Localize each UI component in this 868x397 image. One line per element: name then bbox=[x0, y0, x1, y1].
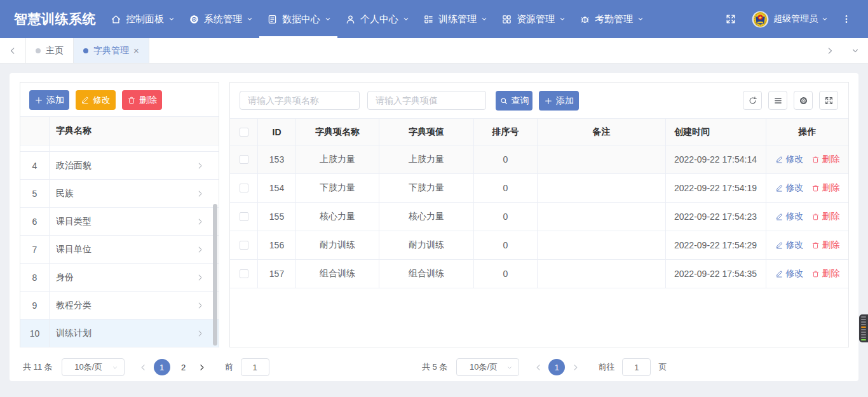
row-edit-link[interactable]: 修改 bbox=[775, 239, 804, 251]
nav-item-personal[interactable]: 个人中心 bbox=[337, 0, 416, 38]
dict-item-name-input[interactable] bbox=[240, 91, 360, 110]
cell-sort: 0 bbox=[503, 269, 508, 279]
chevron-right-icon bbox=[196, 273, 205, 282]
row-checkbox[interactable] bbox=[240, 155, 248, 164]
row-delete-link[interactable]: 删除 bbox=[811, 211, 840, 222]
dict-item-row-155[interactable]: 155核心力量核心力量02022-09-22 17:54:23修改删除 bbox=[230, 203, 848, 231]
dict-row-身份[interactable]: 8身份 bbox=[20, 264, 219, 292]
row-checkbox[interactable] bbox=[240, 184, 248, 192]
tab-dict[interactable]: 字典管理× bbox=[74, 38, 149, 63]
dict-item-toolbar: 查询 添加 bbox=[230, 83, 848, 118]
nav-item-control-panel[interactable]: 控制面板 bbox=[103, 0, 181, 38]
dict-row-index: 6 bbox=[20, 208, 50, 236]
dict-item-value-input[interactable] bbox=[367, 91, 486, 110]
bug-icon bbox=[580, 14, 590, 25]
nav-item-attendance[interactable]: 考勤管理 bbox=[572, 0, 650, 38]
row-checkbox[interactable] bbox=[240, 212, 248, 221]
plus-icon bbox=[544, 97, 556, 105]
col-header-created: 创建时间 bbox=[674, 126, 710, 138]
item-page-1[interactable]: 1 bbox=[548, 359, 565, 375]
chevron-right-icon bbox=[196, 329, 205, 338]
tabs-scroll-right-icon[interactable] bbox=[817, 38, 843, 63]
row-delete-link[interactable]: 删除 bbox=[811, 268, 840, 279]
row-checkbox[interactable] bbox=[240, 269, 248, 278]
dict-jump-page-input[interactable] bbox=[241, 358, 269, 376]
dict-next-page-icon[interactable] bbox=[194, 363, 210, 372]
cell-name: 组合训练 bbox=[320, 268, 355, 279]
cell-id: 156 bbox=[269, 240, 284, 250]
tabs-menu-icon[interactable] bbox=[843, 38, 868, 63]
cell-created: 2022-09-22 17:54:23 bbox=[674, 212, 757, 222]
top-navbar: 智慧训练系统 控制面板系统管理数据中心个人中心训练管理资源管理考勤管理 超级管理… bbox=[0, 0, 868, 38]
user-menu[interactable]: 超级管理员 bbox=[773, 13, 829, 25]
dict-row-课目类型[interactable]: 6课目类型 bbox=[20, 208, 219, 236]
cell-created: 2022-09-22 17:54:35 bbox=[674, 269, 757, 279]
item-add-button[interactable]: 添加 bbox=[539, 91, 579, 111]
item-next-page-icon[interactable] bbox=[567, 363, 583, 372]
row-delete-link[interactable]: 删除 bbox=[811, 239, 840, 251]
item-jump-page-input[interactable] bbox=[622, 358, 651, 376]
tabs-scroll-left-icon[interactable] bbox=[0, 38, 25, 63]
dict-row-训练计划[interactable]: 10训练计划 bbox=[20, 320, 219, 347]
row-edit-link[interactable]: 修改 bbox=[775, 154, 804, 165]
dict-row-教程分类[interactable]: 9教程分类 bbox=[20, 292, 219, 320]
item-page-size-select[interactable]: 10条/页 bbox=[456, 358, 519, 376]
select-all-checkbox[interactable] bbox=[240, 128, 248, 137]
chevron-down-icon bbox=[246, 15, 254, 23]
search-icon bbox=[499, 97, 512, 105]
tab-home[interactable]: 主页 bbox=[25, 38, 74, 63]
dict-row-index: 7 bbox=[20, 236, 50, 264]
cell-created: 2022-09-22 17:54:14 bbox=[674, 154, 757, 165]
cell-name: 上肢力量 bbox=[320, 154, 355, 165]
dict-page-1[interactable]: 1 bbox=[154, 359, 170, 375]
dict-page-2[interactable]: 2 bbox=[175, 359, 192, 375]
left-table-scrollbar[interactable] bbox=[213, 204, 217, 346]
row-edit-link[interactable]: 修改 bbox=[775, 211, 804, 222]
dict-row-民族[interactable]: 5民族 bbox=[20, 180, 219, 208]
dict-prev-page-icon[interactable] bbox=[136, 363, 151, 372]
tab-close-icon[interactable]: × bbox=[133, 46, 139, 55]
avatar[interactable] bbox=[752, 11, 769, 28]
dict-row-name: 政治面貌 bbox=[50, 160, 196, 172]
tab-label: 字典管理 bbox=[93, 45, 129, 57]
dict-add-button[interactable]: 添加 bbox=[29, 90, 69, 110]
nav-item-data-center[interactable]: 数据中心 bbox=[259, 0, 337, 38]
row-edit-link[interactable]: 修改 bbox=[775, 182, 804, 194]
dict-item-row-153[interactable]: 153上肢力量上肢力量02022-09-22 17:54:14修改删除 bbox=[230, 145, 848, 174]
dict-row-课目单位[interactable]: 7课目单位 bbox=[20, 236, 219, 264]
dict-row-政治面貌[interactable]: 4政治面貌 bbox=[20, 152, 219, 180]
gear-icon bbox=[799, 96, 808, 105]
column-settings-button[interactable] bbox=[794, 91, 813, 110]
refresh-button[interactable] bbox=[743, 91, 762, 110]
nav-item-training-mgmt[interactable]: 训练管理 bbox=[416, 0, 494, 38]
dict-item-panel: 查询 添加 ID字典项名称字典项值排序号备注创建时间操作 153上肢力量上肢力量… bbox=[229, 82, 849, 347]
dict-name-table-header: 字典名称 bbox=[20, 116, 219, 145]
item-prev-page-icon[interactable] bbox=[531, 363, 546, 372]
dict-row-name: 课目单位 bbox=[50, 244, 196, 255]
dict-row-index: 5 bbox=[20, 180, 50, 208]
edge-overlay-widget[interactable] bbox=[859, 314, 868, 342]
table-fullscreen-button[interactable] bbox=[819, 91, 838, 110]
nav-item-resource-mgmt[interactable]: 资源管理 bbox=[494, 0, 572, 38]
nav-item-system-mgmt[interactable]: 系统管理 bbox=[181, 0, 259, 38]
chevron-right-icon bbox=[196, 301, 205, 310]
dict-item-row-157[interactable]: 157组合训练组合训练02022-09-22 17:54:35修改删除 bbox=[230, 260, 848, 288]
fullscreen-icon[interactable] bbox=[725, 13, 736, 25]
density-button[interactable] bbox=[768, 91, 787, 110]
search-button[interactable]: 查询 bbox=[496, 91, 532, 111]
dict-page-size-select[interactable]: 10条/页 bbox=[62, 358, 125, 376]
row-edit-link[interactable]: 修改 bbox=[775, 268, 804, 279]
dict-row-name: 身份 bbox=[50, 272, 196, 283]
dict-item-row-154[interactable]: 154下肢力量下肢力量02022-09-22 17:54:19修改删除 bbox=[230, 174, 848, 203]
col-header-remark: 备注 bbox=[593, 126, 611, 138]
row-checkbox[interactable] bbox=[240, 241, 248, 250]
dict-edit-button[interactable]: 修改 bbox=[76, 90, 116, 110]
row-delete-link[interactable]: 删除 bbox=[811, 182, 840, 194]
cell-sort: 0 bbox=[503, 212, 508, 222]
row-delete-link[interactable]: 删除 bbox=[811, 154, 840, 165]
kebab-menu-icon[interactable] bbox=[841, 14, 851, 24]
col-header-value: 字典项值 bbox=[409, 126, 444, 138]
dict-item-row-156[interactable]: 156耐力训练耐力训练02022-09-22 17:54:29修改删除 bbox=[230, 231, 848, 260]
dict-delete-button[interactable]: 删除 bbox=[122, 90, 162, 110]
col-header-id: ID bbox=[273, 127, 281, 137]
